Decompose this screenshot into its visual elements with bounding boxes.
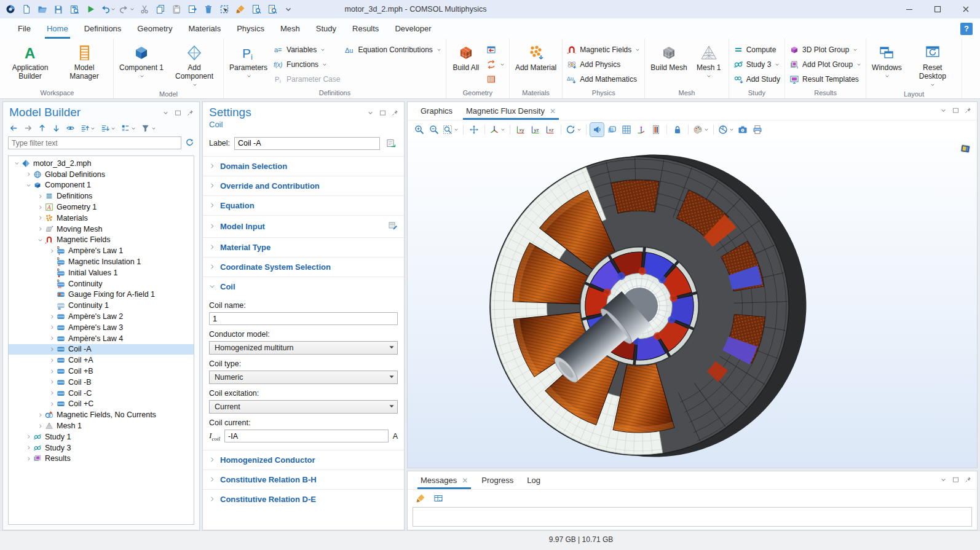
panel-float-button[interactable] xyxy=(952,106,960,116)
coil-name-input[interactable] xyxy=(209,312,398,325)
ribbon-button-component-1[interactable]: Component 1 xyxy=(118,41,165,81)
tree-item-continuity-1[interactable]: DOContinuity 1 xyxy=(9,300,194,311)
plot-thumbnail-icon[interactable] xyxy=(959,143,972,157)
rename-button[interactable] xyxy=(384,136,398,150)
help-button[interactable]: ? xyxy=(960,23,973,35)
qat-doc-find2-button[interactable] xyxy=(265,2,280,17)
zoom-extents-button[interactable] xyxy=(467,123,481,136)
tree-item-amp-re-s-law-1[interactable]: DAmpère's Law 1 xyxy=(9,245,194,256)
menu-tab-geometry[interactable]: Geometry xyxy=(129,18,180,39)
ribbon-button-geom-insert[interactable] xyxy=(486,44,505,55)
ribbon-button-result-templates[interactable]: Result Templates xyxy=(789,74,861,84)
toggle-visibility-button[interactable] xyxy=(66,124,75,133)
tree-chevron-right-icon[interactable] xyxy=(47,367,56,375)
ribbon-button-parameter-case[interactable]: PiParameter Case xyxy=(274,74,340,84)
qat-redo-button[interactable] xyxy=(118,2,136,17)
ribbon-button-build-mesh[interactable]: Build Mesh xyxy=(649,41,688,72)
tree-chevron-right-icon[interactable] xyxy=(24,433,33,441)
tree-chevron-right-icon[interactable] xyxy=(36,214,44,222)
axes-button[interactable] xyxy=(634,123,648,136)
panel-pin-button[interactable] xyxy=(186,109,194,119)
expand-tree-button[interactable] xyxy=(80,124,95,133)
ribbon-button-equation-contributions[interactable]: ΔuEquation Contributions xyxy=(345,44,441,55)
tree-chevron-right-icon[interactable] xyxy=(24,444,33,452)
qat-select-box-button[interactable] xyxy=(217,2,232,17)
tree-chevron-right-icon[interactable] xyxy=(47,312,56,321)
menu-tab-results[interactable]: Results xyxy=(344,18,387,39)
tree-item-component-1[interactable]: Component 1 xyxy=(9,180,194,191)
close-tab-icon[interactable]: ✕ xyxy=(462,476,468,485)
panel-collapse-button[interactable] xyxy=(939,476,947,485)
section-constitutive-relation-b-h[interactable]: Constitutive Relation B-H xyxy=(203,469,404,489)
ribbon-button-study-3[interactable]: Study 3 xyxy=(733,59,780,69)
color-legend-button[interactable] xyxy=(649,123,663,136)
print-button[interactable] xyxy=(751,123,764,136)
ribbon-button-parameters[interactable]: PiParameters xyxy=(228,41,269,81)
go-back-button[interactable] xyxy=(9,124,18,133)
close-button[interactable] xyxy=(952,0,980,18)
ribbon-button-add-plot-group[interactable]: Add Plot Group xyxy=(789,59,861,69)
tree-chevron-right-icon[interactable] xyxy=(24,454,33,463)
ribbon-button-build-all[interactable]: Build All xyxy=(451,41,481,72)
menu-tab-developer[interactable]: Developer xyxy=(387,18,439,39)
ribbon-button-windows[interactable]: Windows xyxy=(871,41,903,81)
section-equation[interactable]: Equation xyxy=(203,195,404,215)
section-override-and-contribution[interactable]: Override and Contribution xyxy=(203,176,404,195)
menu-tab-physics[interactable]: Physics xyxy=(229,18,272,39)
section-constitutive-relation-d-e[interactable]: Constitutive Relation D-E xyxy=(203,489,404,509)
tree-item-global-definitions[interactable]: Global Definitions xyxy=(9,169,194,180)
qat-copy-button[interactable] xyxy=(153,2,168,17)
tab-progress[interactable]: Progress xyxy=(475,471,520,489)
qat-run-button[interactable] xyxy=(83,2,98,17)
qat-save-find-button[interactable] xyxy=(67,2,82,17)
tree-item-gauge-fixing-for-a-field-1[interactable]: Gauge Fixing for A-field 1 xyxy=(9,289,194,301)
tree-chevron-right-icon[interactable] xyxy=(47,399,56,408)
rotate-view-button[interactable] xyxy=(565,123,582,136)
tree-item-initial-values-1[interactable]: DInitial Values 1 xyxy=(9,267,194,278)
tree-chevron-down-icon[interactable] xyxy=(24,181,33,189)
tree-chevron-right-icon[interactable] xyxy=(47,389,56,398)
ribbon-button-functions[interactable]: f(x)Functions xyxy=(274,59,340,69)
menu-tab-study[interactable]: Study xyxy=(308,18,344,39)
tree-item-coil-a[interactable]: Coil -A xyxy=(9,344,194,355)
tree-item-amp-re-s-law-4[interactable]: Ampère's Law 4 xyxy=(9,333,194,344)
ribbon-button-model-manager[interactable]: Model Manager xyxy=(60,41,109,81)
qat-cut-button[interactable] xyxy=(137,2,152,17)
ribbon-button-application-builder[interactable]: AApplication Builder xyxy=(6,41,55,81)
qat-undo-button[interactable] xyxy=(99,2,117,17)
tree-chevron-right-icon[interactable] xyxy=(36,411,44,419)
grid-button[interactable] xyxy=(620,123,633,136)
tree-item-amp-re-s-law-2[interactable]: Ampère's Law 2 xyxy=(9,311,194,322)
environment-button[interactable] xyxy=(717,123,735,136)
model-input-edit-button[interactable] xyxy=(388,221,398,232)
tree-item-coil-a[interactable]: Coil +A xyxy=(9,355,194,366)
panel-pin-button[interactable] xyxy=(964,106,972,116)
tree-chevron-right-icon[interactable] xyxy=(47,356,56,364)
min-button[interactable] xyxy=(895,0,923,18)
panel-collapse-button[interactable] xyxy=(366,109,374,119)
filter-button[interactable] xyxy=(141,124,156,133)
tree-item-geometry-1[interactable]: AGeometry 1 xyxy=(9,202,194,213)
tree-chevron-right-icon[interactable] xyxy=(47,246,56,255)
tree-item-study-1[interactable]: Study 1 xyxy=(9,431,194,442)
menu-tab-home[interactable]: Home xyxy=(39,18,76,39)
panel-pin-button[interactable] xyxy=(964,476,972,485)
label-field-input[interactable] xyxy=(234,137,380,150)
move-down-button[interactable] xyxy=(52,124,61,133)
refresh-button[interactable] xyxy=(185,138,194,149)
qat-doc-find-button[interactable] xyxy=(249,2,264,17)
panel-collapse-button[interactable] xyxy=(162,109,170,119)
tree-item-results[interactable]: Results xyxy=(9,454,194,465)
panel-float-button[interactable] xyxy=(379,109,387,119)
section-homogenized-conductor[interactable]: Homogenized Conductor xyxy=(203,450,404,469)
scene-light-button[interactable] xyxy=(590,123,604,136)
max-button[interactable] xyxy=(923,0,952,18)
ribbon-button-add-physics[interactable]: Add Physics xyxy=(567,59,640,69)
qat-paste-button[interactable] xyxy=(169,2,184,17)
ribbon-button-compute[interactable]: Compute xyxy=(733,44,780,55)
clear-messages-button[interactable] xyxy=(414,492,427,505)
menu-tab-mesh[interactable]: Mesh xyxy=(272,18,308,39)
tree-chevron-down-icon[interactable] xyxy=(36,235,44,244)
qat-delete-button[interactable] xyxy=(201,2,216,17)
transparency-button[interactable] xyxy=(605,123,618,136)
